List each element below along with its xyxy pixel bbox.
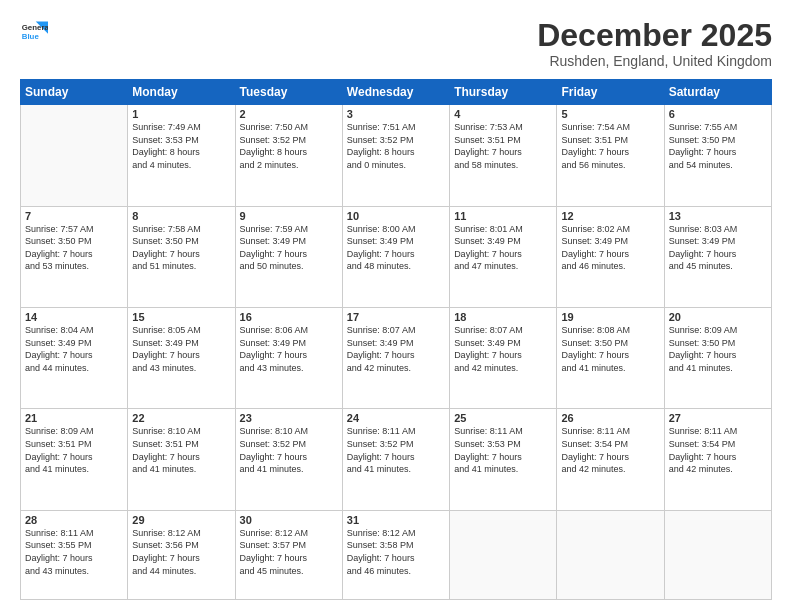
cell-daylight-info: Sunrise: 7:50 AM Sunset: 3:52 PM Dayligh… — [240, 121, 338, 171]
calendar-cell: 18Sunrise: 8:07 AM Sunset: 3:49 PM Dayli… — [450, 307, 557, 408]
cell-daylight-info: Sunrise: 8:01 AM Sunset: 3:49 PM Dayligh… — [454, 223, 552, 273]
calendar-header-monday: Monday — [128, 80, 235, 105]
logo: General Blue — [20, 18, 52, 46]
cell-date-number: 17 — [347, 311, 445, 323]
cell-daylight-info: Sunrise: 7:58 AM Sunset: 3:50 PM Dayligh… — [132, 223, 230, 273]
calendar-cell: 4Sunrise: 7:53 AM Sunset: 3:51 PM Daylig… — [450, 105, 557, 206]
cell-date-number: 24 — [347, 412, 445, 424]
cell-date-number: 14 — [25, 311, 123, 323]
calendar-week-row: 7Sunrise: 7:57 AM Sunset: 3:50 PM Daylig… — [21, 206, 772, 307]
cell-daylight-info: Sunrise: 8:10 AM Sunset: 3:52 PM Dayligh… — [240, 425, 338, 475]
calendar-cell: 13Sunrise: 8:03 AM Sunset: 3:49 PM Dayli… — [664, 206, 771, 307]
calendar-cell: 24Sunrise: 8:11 AM Sunset: 3:52 PM Dayli… — [342, 409, 449, 510]
cell-date-number: 30 — [240, 514, 338, 526]
cell-daylight-info: Sunrise: 7:59 AM Sunset: 3:49 PM Dayligh… — [240, 223, 338, 273]
cell-date-number: 2 — [240, 108, 338, 120]
calendar-header-friday: Friday — [557, 80, 664, 105]
calendar-cell — [450, 510, 557, 599]
cell-date-number: 4 — [454, 108, 552, 120]
calendar-week-row: 21Sunrise: 8:09 AM Sunset: 3:51 PM Dayli… — [21, 409, 772, 510]
cell-daylight-info: Sunrise: 8:06 AM Sunset: 3:49 PM Dayligh… — [240, 324, 338, 374]
calendar-cell: 12Sunrise: 8:02 AM Sunset: 3:49 PM Dayli… — [557, 206, 664, 307]
calendar-cell: 17Sunrise: 8:07 AM Sunset: 3:49 PM Dayli… — [342, 307, 449, 408]
cell-daylight-info: Sunrise: 8:11 AM Sunset: 3:54 PM Dayligh… — [561, 425, 659, 475]
cell-date-number: 9 — [240, 210, 338, 222]
cell-date-number: 20 — [669, 311, 767, 323]
svg-text:General: General — [22, 23, 48, 32]
cell-date-number: 23 — [240, 412, 338, 424]
calendar-week-row: 14Sunrise: 8:04 AM Sunset: 3:49 PM Dayli… — [21, 307, 772, 408]
cell-daylight-info: Sunrise: 8:08 AM Sunset: 3:50 PM Dayligh… — [561, 324, 659, 374]
cell-daylight-info: Sunrise: 8:10 AM Sunset: 3:51 PM Dayligh… — [132, 425, 230, 475]
calendar-cell: 31Sunrise: 8:12 AM Sunset: 3:58 PM Dayli… — [342, 510, 449, 599]
calendar-cell: 9Sunrise: 7:59 AM Sunset: 3:49 PM Daylig… — [235, 206, 342, 307]
calendar-cell: 23Sunrise: 8:10 AM Sunset: 3:52 PM Dayli… — [235, 409, 342, 510]
calendar-cell: 1Sunrise: 7:49 AM Sunset: 3:53 PM Daylig… — [128, 105, 235, 206]
cell-daylight-info: Sunrise: 8:12 AM Sunset: 3:57 PM Dayligh… — [240, 527, 338, 577]
cell-date-number: 6 — [669, 108, 767, 120]
cell-daylight-info: Sunrise: 8:07 AM Sunset: 3:49 PM Dayligh… — [454, 324, 552, 374]
calendar-cell: 3Sunrise: 7:51 AM Sunset: 3:52 PM Daylig… — [342, 105, 449, 206]
cell-daylight-info: Sunrise: 7:49 AM Sunset: 3:53 PM Dayligh… — [132, 121, 230, 171]
cell-date-number: 11 — [454, 210, 552, 222]
calendar-cell: 6Sunrise: 7:55 AM Sunset: 3:50 PM Daylig… — [664, 105, 771, 206]
calendar-cell — [21, 105, 128, 206]
calendar-cell: 29Sunrise: 8:12 AM Sunset: 3:56 PM Dayli… — [128, 510, 235, 599]
cell-date-number: 19 — [561, 311, 659, 323]
calendar-cell: 19Sunrise: 8:08 AM Sunset: 3:50 PM Dayli… — [557, 307, 664, 408]
cell-daylight-info: Sunrise: 7:57 AM Sunset: 3:50 PM Dayligh… — [25, 223, 123, 273]
cell-daylight-info: Sunrise: 8:11 AM Sunset: 3:55 PM Dayligh… — [25, 527, 123, 577]
cell-daylight-info: Sunrise: 7:53 AM Sunset: 3:51 PM Dayligh… — [454, 121, 552, 171]
calendar-cell: 20Sunrise: 8:09 AM Sunset: 3:50 PM Dayli… — [664, 307, 771, 408]
calendar-cell: 21Sunrise: 8:09 AM Sunset: 3:51 PM Dayli… — [21, 409, 128, 510]
calendar-cell: 27Sunrise: 8:11 AM Sunset: 3:54 PM Dayli… — [664, 409, 771, 510]
svg-text:Blue: Blue — [22, 32, 40, 41]
calendar-cell: 25Sunrise: 8:11 AM Sunset: 3:53 PM Dayli… — [450, 409, 557, 510]
cell-date-number: 21 — [25, 412, 123, 424]
calendar-table: SundayMondayTuesdayWednesdayThursdayFrid… — [20, 79, 772, 600]
title-block: December 2025 Rushden, England, United K… — [537, 18, 772, 69]
cell-daylight-info: Sunrise: 8:11 AM Sunset: 3:54 PM Dayligh… — [669, 425, 767, 475]
page: General Blue December 2025 Rushden, Engl… — [0, 0, 792, 612]
cell-date-number: 13 — [669, 210, 767, 222]
cell-daylight-info: Sunrise: 8:02 AM Sunset: 3:49 PM Dayligh… — [561, 223, 659, 273]
calendar-cell: 15Sunrise: 8:05 AM Sunset: 3:49 PM Dayli… — [128, 307, 235, 408]
calendar-cell: 14Sunrise: 8:04 AM Sunset: 3:49 PM Dayli… — [21, 307, 128, 408]
cell-date-number: 12 — [561, 210, 659, 222]
cell-daylight-info: Sunrise: 7:55 AM Sunset: 3:50 PM Dayligh… — [669, 121, 767, 171]
calendar-cell: 16Sunrise: 8:06 AM Sunset: 3:49 PM Dayli… — [235, 307, 342, 408]
calendar-cell: 7Sunrise: 7:57 AM Sunset: 3:50 PM Daylig… — [21, 206, 128, 307]
cell-date-number: 5 — [561, 108, 659, 120]
cell-date-number: 22 — [132, 412, 230, 424]
cell-daylight-info: Sunrise: 8:12 AM Sunset: 3:58 PM Dayligh… — [347, 527, 445, 577]
calendar-cell: 11Sunrise: 8:01 AM Sunset: 3:49 PM Dayli… — [450, 206, 557, 307]
cell-date-number: 28 — [25, 514, 123, 526]
cell-daylight-info: Sunrise: 8:09 AM Sunset: 3:50 PM Dayligh… — [669, 324, 767, 374]
calendar-week-row: 1Sunrise: 7:49 AM Sunset: 3:53 PM Daylig… — [21, 105, 772, 206]
cell-date-number: 8 — [132, 210, 230, 222]
calendar-cell: 22Sunrise: 8:10 AM Sunset: 3:51 PM Dayli… — [128, 409, 235, 510]
cell-daylight-info: Sunrise: 7:51 AM Sunset: 3:52 PM Dayligh… — [347, 121, 445, 171]
calendar-cell: 2Sunrise: 7:50 AM Sunset: 3:52 PM Daylig… — [235, 105, 342, 206]
cell-date-number: 31 — [347, 514, 445, 526]
cell-daylight-info: Sunrise: 8:09 AM Sunset: 3:51 PM Dayligh… — [25, 425, 123, 475]
cell-date-number: 7 — [25, 210, 123, 222]
cell-date-number: 15 — [132, 311, 230, 323]
cell-date-number: 25 — [454, 412, 552, 424]
calendar-cell: 26Sunrise: 8:11 AM Sunset: 3:54 PM Dayli… — [557, 409, 664, 510]
cell-daylight-info: Sunrise: 7:54 AM Sunset: 3:51 PM Dayligh… — [561, 121, 659, 171]
cell-daylight-info: Sunrise: 8:11 AM Sunset: 3:52 PM Dayligh… — [347, 425, 445, 475]
calendar-cell — [664, 510, 771, 599]
cell-date-number: 10 — [347, 210, 445, 222]
cell-daylight-info: Sunrise: 8:03 AM Sunset: 3:49 PM Dayligh… — [669, 223, 767, 273]
calendar-cell: 28Sunrise: 8:11 AM Sunset: 3:55 PM Dayli… — [21, 510, 128, 599]
calendar-header-saturday: Saturday — [664, 80, 771, 105]
cell-daylight-info: Sunrise: 8:04 AM Sunset: 3:49 PM Dayligh… — [25, 324, 123, 374]
cell-date-number: 27 — [669, 412, 767, 424]
cell-date-number: 16 — [240, 311, 338, 323]
cell-daylight-info: Sunrise: 8:11 AM Sunset: 3:53 PM Dayligh… — [454, 425, 552, 475]
cell-daylight-info: Sunrise: 8:05 AM Sunset: 3:49 PM Dayligh… — [132, 324, 230, 374]
cell-date-number: 29 — [132, 514, 230, 526]
logo-icon: General Blue — [20, 18, 48, 46]
calendar-header-thursday: Thursday — [450, 80, 557, 105]
